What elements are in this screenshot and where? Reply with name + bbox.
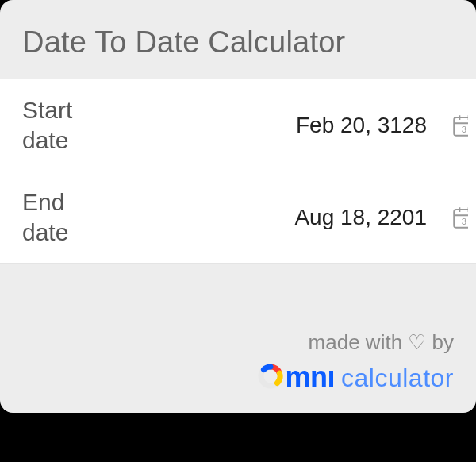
start-date-row[interactable]: Start date Feb 20, 3128 3 — [0, 79, 476, 171]
end-date-value[interactable]: Aug 18, 2201 — [114, 205, 438, 230]
brand-logo[interactable]: mnı calculator — [257, 360, 454, 394]
calendar-icon[interactable]: 3 — [451, 204, 468, 231]
brand-sub: calculator — [341, 364, 454, 393]
end-date-label: End date — [22, 187, 102, 247]
start-date-label: Start date — [22, 95, 102, 155]
header: Date To Date Calculator — [0, 0, 476, 79]
svg-text:3: 3 — [462, 216, 466, 225]
footer-tagline: made with ♡ by — [257, 330, 454, 355]
omni-ring-icon — [257, 363, 284, 390]
page-title: Date To Date Calculator — [22, 25, 454, 60]
calendar-icon[interactable]: 3 — [451, 112, 468, 139]
input-rows: Start date Feb 20, 3128 3 End date Aug 1… — [0, 79, 476, 264]
brand-name: mnı — [286, 360, 336, 394]
start-date-value[interactable]: Feb 20, 3128 — [114, 113, 438, 138]
footer: made with ♡ by mnı calculator — [257, 330, 454, 394]
calculator-card: Date To Date Calculator Start date Feb 2… — [0, 0, 476, 413]
end-date-row[interactable]: End date Aug 18, 2201 3 — [0, 171, 476, 263]
svg-text:3: 3 — [462, 124, 466, 133]
